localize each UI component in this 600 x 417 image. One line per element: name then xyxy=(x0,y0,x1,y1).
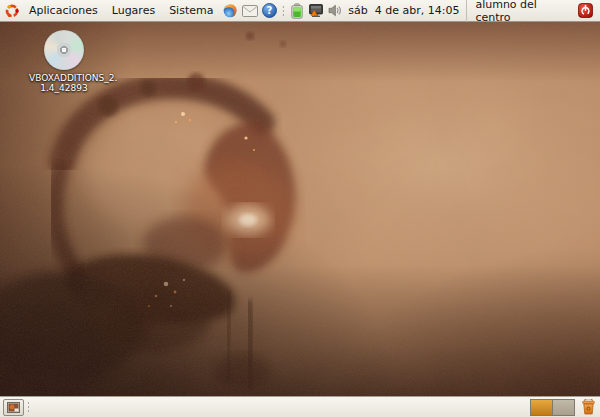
desktop-icon-label: VBOXADDITIONS_2. 1.4_42893 xyxy=(29,73,99,93)
desktop-area: VBOXADDITIONS_2. 1.4_42893 xyxy=(0,22,600,396)
cd-rom-icon xyxy=(44,30,84,70)
menu-system[interactable]: Sistema xyxy=(162,0,220,22)
mail-launcher-icon[interactable] xyxy=(242,5,258,17)
clock[interactable]: sáb 4 de abr, 14:05 xyxy=(348,4,459,17)
shutdown-icon[interactable] xyxy=(578,3,593,18)
svg-text:?: ? xyxy=(267,5,273,16)
show-desktop-button[interactable] xyxy=(3,399,24,416)
ubuntu-logo-icon[interactable] xyxy=(4,3,20,19)
workspace-switcher xyxy=(530,399,575,416)
trash-icon[interactable] xyxy=(581,399,596,415)
volume-status-icon[interactable] xyxy=(328,4,342,17)
workspace-2[interactable] xyxy=(553,400,574,415)
battery-status-icon[interactable] xyxy=(290,3,304,19)
show-desktop-icon xyxy=(7,402,20,413)
user-switcher-label: alumno del centro xyxy=(475,0,571,24)
top-panel: Aplicaciones Lugares Sistema xyxy=(0,0,600,22)
workspace-1[interactable] xyxy=(531,400,553,415)
help-launcher-icon[interactable]: ? xyxy=(262,3,277,18)
update-notifier-icon[interactable] xyxy=(308,3,324,18)
firefox-launcher-icon[interactable] xyxy=(222,3,238,19)
bottom-panel xyxy=(0,396,600,417)
notification-area-grip[interactable] xyxy=(281,4,286,18)
menu-applications[interactable]: Aplicaciones xyxy=(22,0,105,22)
user-switcher[interactable]: alumno del centro xyxy=(466,0,598,22)
panel-right-cluster: sáb 4 de abr, 14:05 alumno del centro xyxy=(279,0,598,22)
menu-places[interactable]: Lugares xyxy=(105,0,162,22)
window-list-grip[interactable] xyxy=(26,400,31,414)
desktop-icon-vbox-cd[interactable]: VBOXADDITIONS_2. 1.4_42893 xyxy=(29,30,99,93)
